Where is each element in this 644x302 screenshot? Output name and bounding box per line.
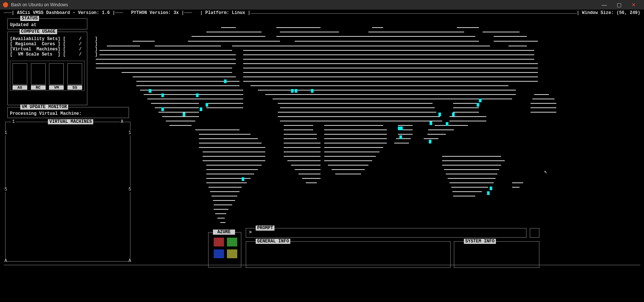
azure-status-square [214,238,224,246]
datacenter-marker [161,93,164,97]
map-land-line [324,125,383,126]
compute-usage-panel: COMPUTE USAGE [Availability Sets] [ / ][… [7,32,87,105]
datacenter-marker [446,122,448,126]
map-land-line [243,59,534,60]
sysinfo-title: SYSTEM INFO [464,239,496,244]
map-land-line [203,156,265,157]
datacenter-marker [429,140,431,143]
datacenter-marker [400,127,403,130]
map-land-line [452,191,482,192]
map-land-line [494,41,538,42]
map-land-line [211,196,237,196]
app-label: ASCii VMSS Dashboard - Version: 1.6 [17,10,110,15]
vms-marker: 1 [11,119,15,124]
map-land-line [368,32,464,32]
map-land-line [442,165,501,166]
close-button[interactable]: ✕ [626,2,641,8]
datacenter-marker [438,113,441,116]
map-land-line [99,50,232,51]
datacenter-marker [161,107,164,111]
map-land-line [203,152,265,152]
compute-row: [Virtual Machines] [ / ] [10,47,85,52]
prompt-title: PROMPT [256,225,274,231]
map-land-line [122,72,232,73]
azure-status-square [227,238,237,246]
status-text: Updated at [10,22,36,28]
datacenter-marker [242,177,244,181]
map-land-line [206,165,262,166]
prompt-panel[interactable]: PROMPT > [246,228,526,238]
map-land-line [512,182,523,183]
azure-status-square [214,249,224,258]
map-land-line [158,112,199,113]
map-land-line [166,121,195,121]
map-land-line [155,46,221,46]
compute-title: COMPUTE USAGE [20,29,57,34]
map-land-line [324,160,372,161]
vms-marker: 5 [4,187,7,192]
compute-row: [ Regional Cores ] [ / ] [10,42,85,47]
datacenter-marker [200,107,202,111]
map-land-line [243,77,538,77]
map-land-line [210,191,239,192]
gauge-label: RC [31,85,46,90]
map-land-line [203,160,265,161]
map-land-line [453,112,479,113]
datacenter-marker [206,103,208,107]
map-land-line [442,156,501,157]
datacenter-marker [183,113,185,116]
map-land-line [96,63,236,64]
map-land-line [394,143,409,143]
map-land-line [284,147,321,148]
map-land-line [449,116,486,117]
gauge-bar [13,63,27,85]
datacenter-marker [311,89,314,93]
gauge-ss: SS [67,63,82,90]
map-land-line [531,112,556,113]
map-land-line [278,116,440,117]
datacenter-marker [196,93,199,97]
datacenter-marker [399,135,402,139]
map-land-line [221,27,236,28]
map-land-line [428,129,454,130]
map-land-line [280,32,339,32]
map-land-line [278,103,433,104]
map-land-line [169,125,192,126]
map-land-line [532,99,554,99]
general-info-panel: GENERAL INFO [246,241,451,268]
map-land-line [442,160,505,161]
minimize-button[interactable]: — [597,2,612,8]
maximize-button[interactable]: ▢ [612,2,626,8]
map-land-line [133,77,236,77]
map-land-line [214,209,228,210]
datacenter-marker [490,186,492,190]
map-land-line [298,174,321,174]
gauge-as: AS [13,63,27,90]
map-land-line [324,152,379,152]
map-land-line [99,54,236,55]
datacenter-marker [295,89,297,93]
python-label: PYTHON Version: 3x [131,10,179,15]
map-land-line [284,134,317,135]
map-land-line [483,32,519,32]
system-info-panel: SYSTEM INFO [454,241,539,268]
map-land-line [192,36,265,37]
map-land-line [265,94,516,95]
map-land-line [206,174,254,174]
map-land-line [276,27,321,28]
map-land-line [531,107,556,108]
platform-label: Platform: Linux [205,10,245,15]
azure-title: AZURE [213,230,235,235]
map-land-line [243,72,538,73]
map-land-line [295,41,479,42]
map-land-line [332,169,365,170]
map-land-line [424,138,438,139]
map-land-line [324,134,387,135]
prompt-indicator-box [530,228,539,238]
status-title: STATUS [20,16,39,21]
map-land-line [328,165,368,166]
map-land-line [206,182,247,183]
window-title: Bash on Ubuntu on Windows [11,2,68,7]
vms-marker: A [4,258,7,263]
map-land-line [324,143,387,143]
